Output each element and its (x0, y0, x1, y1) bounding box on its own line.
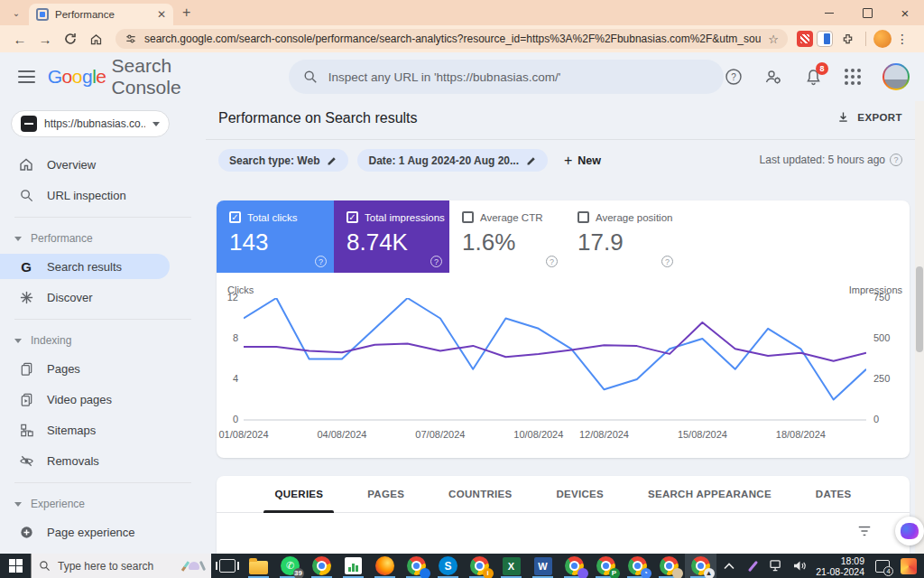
account-avatar[interactable] (882, 63, 910, 90)
checkbox-checked-icon[interactable]: ✓ (229, 211, 241, 223)
sidebar-item-url-inspection[interactable]: URL inspection (0, 182, 206, 208)
help-icon[interactable]: ? (546, 256, 558, 267)
new-filter-button[interactable]: + New (564, 153, 601, 169)
tray-pen-icon[interactable] (745, 559, 760, 573)
sidebar-item-video-pages[interactable]: Video pages (0, 387, 206, 412)
section-indexing[interactable]: Indexing (0, 331, 206, 350)
bookmark-star-icon[interactable]: ☆ (768, 33, 779, 46)
taskbar-app-firefox[interactable] (369, 554, 401, 578)
checkbox-unchecked-icon[interactable] (462, 211, 474, 223)
task-view-button[interactable] (211, 554, 243, 578)
checkbox-checked-icon[interactable]: ✓ (346, 211, 358, 223)
sidebar-item-sitemaps[interactable]: Sitemaps (0, 417, 206, 443)
section-experience[interactable]: Experience (0, 494, 206, 514)
profile-badge: ▴ (704, 568, 715, 578)
tray-chevron-up-icon[interactable] (722, 559, 736, 573)
metric-tile-average-ctr[interactable]: Average CTR 1.6% ? (449, 200, 565, 273)
sidebar-item-overview[interactable]: Overview (0, 152, 206, 177)
tab-close-icon[interactable]: ✕ (157, 8, 166, 21)
help-icon[interactable]: ? (315, 256, 327, 267)
tab-devices[interactable]: DEVICES (556, 476, 604, 513)
taskbar-app-word[interactable]: W (527, 554, 559, 578)
back-icon[interactable]: ← (9, 28, 31, 50)
chevron-down-icon (14, 237, 22, 241)
tab-search-appearance[interactable]: SEARCH APPEARANCE (648, 476, 772, 513)
taskbar-app-chrome-active[interactable]: ▴ (685, 554, 716, 578)
reload-icon[interactable] (60, 28, 81, 50)
chevron-down-icon (14, 339, 22, 343)
restore-icon[interactable] (848, 0, 886, 25)
hamburger-menu-icon[interactable] (18, 70, 35, 83)
filter-chip-search-type[interactable]: Search type: Web (218, 149, 348, 172)
url-bar[interactable]: search.google.com/search-console/perform… (116, 29, 788, 49)
taskbar-app-chrome-profile-6[interactable] (653, 554, 685, 578)
action-center-icon[interactable]: 4 (873, 559, 892, 573)
site-settings-icon[interactable] (125, 33, 137, 45)
taskbar-app-chrome-profile-1[interactable] (401, 554, 432, 578)
tab-dates[interactable]: DATES (816, 476, 852, 513)
browser-menu-icon[interactable]: ⋮ (895, 32, 910, 46)
section-performance[interactable]: Performance (0, 228, 206, 248)
filter-rows-icon[interactable] (857, 525, 872, 540)
taskbar-app-chrome-profile-3[interactable] (559, 554, 590, 578)
sidebar-item-page-experience[interactable]: Page experience (0, 519, 206, 545)
close-icon[interactable]: × (886, 0, 924, 25)
minimize-icon[interactable] (810, 0, 848, 25)
tray-volume-icon[interactable] (792, 559, 807, 573)
url-inspect-search[interactable]: Inspect any URL in 'https://bubnasias.co… (289, 60, 724, 94)
taskbar-app-chrome-profile-4[interactable]: P (590, 554, 622, 578)
notifications-bell-icon[interactable]: 8 (803, 67, 823, 87)
tab-countries[interactable]: COUNTRIES (448, 476, 512, 513)
browser-profile-avatar[interactable] (873, 30, 892, 48)
window-controls: × (810, 0, 924, 25)
property-selector[interactable]: https://bubnasias.co... (11, 110, 170, 137)
filter-chip-date[interactable]: Date: 1 Aug 2024-20 Aug 20... (357, 149, 548, 172)
sidebar-item-search-results[interactable]: G Search results (0, 254, 170, 279)
tab-pages[interactable]: PAGES (367, 476, 404, 513)
export-button[interactable]: EXPORT (836, 110, 902, 124)
extensions-puzzle-icon[interactable] (836, 28, 858, 50)
google-g-icon: G (18, 258, 34, 275)
property-icon (21, 116, 37, 132)
tray-app-icon[interactable] (901, 558, 917, 574)
sidebar-item-discover[interactable]: Discover (0, 284, 206, 310)
help-icon[interactable]: ? (890, 154, 902, 166)
taskbar-clock[interactable]: 18:09 21-08-2024 (816, 555, 864, 577)
user-settings-icon[interactable] (763, 67, 783, 87)
tab-search-chevron-icon[interactable]: ⌄ (7, 4, 25, 22)
taskbar-app-excel[interactable]: X (495, 554, 527, 578)
taskbar-app-chrome[interactable] (306, 554, 337, 578)
sidebar-item-pages[interactable]: Pages (0, 356, 206, 381)
tray-network-icon[interactable] (769, 559, 783, 573)
series-clicks-line (244, 298, 866, 400)
home-icon[interactable] (85, 28, 106, 50)
forward-icon[interactable]: → (34, 28, 56, 50)
help-icon[interactable]: ? (430, 256, 442, 267)
taskbar-search[interactable]: Type here to search (31, 554, 211, 578)
taskbar-app-whatsapp[interactable]: ✆39 (274, 554, 306, 578)
tab-queries[interactable]: QUERIES (274, 476, 323, 513)
pencil-icon (327, 155, 337, 166)
taskbar-app-skype[interactable]: S (432, 554, 464, 578)
sidebar-item-removals[interactable]: Removals (0, 448, 206, 473)
help-icon[interactable]: ? (724, 67, 744, 87)
x-axis-date-label: 07/08/2024 (415, 429, 465, 440)
metric-tile-average-position[interactable]: Average position 17.9 ? (565, 200, 680, 273)
extension-icon-red[interactable] (797, 31, 813, 47)
extension-overlay-button[interactable] (895, 517, 924, 545)
google-apps-grid-icon[interactable] (843, 67, 863, 87)
metric-tile-total-clicks[interactable]: ✓Total clicks 143 ? (217, 200, 334, 273)
checkbox-unchecked-icon[interactable] (578, 211, 589, 223)
metric-tile-total-impressions[interactable]: ✓Total impressions 8.74K ? (334, 200, 449, 273)
taskbar-app-chrome-profile-2[interactable]: i (464, 554, 495, 578)
browser-tab[interactable]: Performance ✕ (29, 4, 173, 25)
start-button[interactable] (0, 554, 31, 578)
extension-icon-blue[interactable] (817, 31, 833, 47)
new-tab-button[interactable]: + (182, 5, 190, 21)
taskbar-app-chrome-profile-5[interactable]: ◔ (622, 554, 653, 578)
scrollbar-thumb[interactable] (916, 266, 923, 352)
url-text: search.google.com/search-console/perform… (144, 33, 761, 45)
taskbar-app-photos[interactable] (337, 554, 369, 578)
taskbar-app-file-explorer[interactable] (243, 554, 274, 578)
help-icon[interactable]: ? (661, 256, 673, 267)
